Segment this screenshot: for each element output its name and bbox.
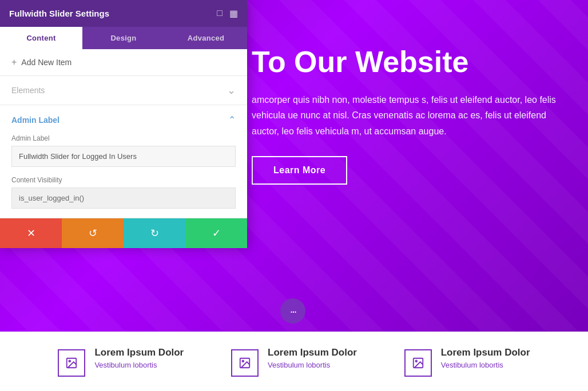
image-icon-3 bbox=[404, 349, 432, 377]
bottom-title-3: Lorem Ipsum Dolor bbox=[441, 347, 530, 358]
elements-row[interactable]: Elements ⌄ bbox=[0, 76, 247, 105]
list-item: Lorem Ipsum Dolor Vestibulum lobortis bbox=[231, 347, 357, 377]
svg-point-3 bbox=[242, 360, 244, 362]
hero-title: To Our Website bbox=[252, 46, 572, 78]
svg-point-1 bbox=[69, 360, 71, 362]
svg-point-5 bbox=[415, 360, 417, 362]
bottom-text-2: Lorem Ipsum Dolor Vestibulum lobortis bbox=[268, 347, 357, 369]
image-icon-1 bbox=[58, 349, 85, 377]
tab-content[interactable]: Content bbox=[0, 27, 82, 49]
admin-section-header: Admin Label ⌃ bbox=[11, 114, 236, 125]
settings-panel: Fullwidth Slider Settings □ ▦ Content De… bbox=[0, 0, 247, 248]
chevron-down-icon: ⌄ bbox=[227, 84, 236, 97]
add-item-label: Add New Item bbox=[21, 58, 71, 67]
bottom-title-2: Lorem Ipsum Dolor bbox=[268, 347, 357, 358]
panel-body: + Add New Item Elements ⌄ Admin Label ⌃ … bbox=[0, 49, 247, 218]
plus-icon: + bbox=[11, 57, 17, 67]
bottom-section: Lorem Ipsum Dolor Vestibulum lobortis Lo… bbox=[0, 332, 588, 391]
redo-button[interactable]: ↻ bbox=[124, 218, 185, 248]
content-visibility-field-label: Content Visibility bbox=[11, 176, 236, 184]
panel-header-icons: □ ▦ bbox=[217, 8, 238, 19]
panel-title: Fullwidth Slider Settings bbox=[9, 9, 109, 18]
tab-design[interactable]: Design bbox=[82, 27, 165, 49]
chat-dots-icon: ··· bbox=[290, 305, 296, 318]
hero-body: amcorper quis nibh non, molestie tempus … bbox=[252, 92, 572, 139]
hero-content: To Our Website amcorper quis nibh non, m… bbox=[252, 46, 572, 185]
bottom-subtitle-1: Vestibulum lobortis bbox=[94, 361, 184, 369]
panel-header: Fullwidth Slider Settings □ ▦ bbox=[0, 0, 247, 27]
bottom-text-3: Lorem Ipsum Dolor Vestibulum lobortis bbox=[441, 347, 530, 369]
bottom-subtitle-3: Vestibulum lobortis bbox=[441, 361, 530, 369]
admin-label-field-label: Admin Label bbox=[11, 134, 236, 142]
save-button[interactable]: ✓ bbox=[185, 218, 247, 248]
columns-icon[interactable]: ▦ bbox=[229, 8, 238, 19]
chat-bubble[interactable]: ··· bbox=[280, 298, 305, 324]
bottom-title-1: Lorem Ipsum Dolor bbox=[94, 347, 184, 358]
tab-advanced[interactable]: Advanced bbox=[165, 27, 247, 49]
admin-label-section: Admin Label ⌃ Admin Label Content Visibi… bbox=[0, 105, 247, 218]
undo-button[interactable]: ↺ bbox=[62, 218, 124, 248]
elements-label: Elements bbox=[11, 86, 45, 95]
panel-tabs: Content Design Advanced bbox=[0, 27, 247, 49]
expand-icon[interactable]: □ bbox=[217, 8, 223, 19]
admin-label-input[interactable] bbox=[11, 146, 236, 167]
list-item: Lorem Ipsum Dolor Vestibulum lobortis bbox=[404, 347, 530, 377]
content-visibility-input[interactable] bbox=[11, 187, 236, 209]
bottom-subtitle-2: Vestibulum lobortis bbox=[268, 361, 357, 369]
bottom-text-1: Lorem Ipsum Dolor Vestibulum lobortis bbox=[94, 347, 184, 369]
admin-section-title: Admin Label bbox=[11, 115, 59, 125]
cancel-button[interactable]: ✕ bbox=[0, 218, 62, 248]
image-icon-2 bbox=[231, 349, 259, 377]
panel-footer: ✕ ↺ ↻ ✓ bbox=[0, 218, 247, 248]
learn-more-button[interactable]: Learn More bbox=[252, 156, 347, 185]
list-item: Lorem Ipsum Dolor Vestibulum lobortis bbox=[58, 347, 184, 377]
add-new-item-row[interactable]: + Add New Item bbox=[0, 49, 247, 76]
collapse-icon[interactable]: ⌃ bbox=[228, 114, 236, 125]
